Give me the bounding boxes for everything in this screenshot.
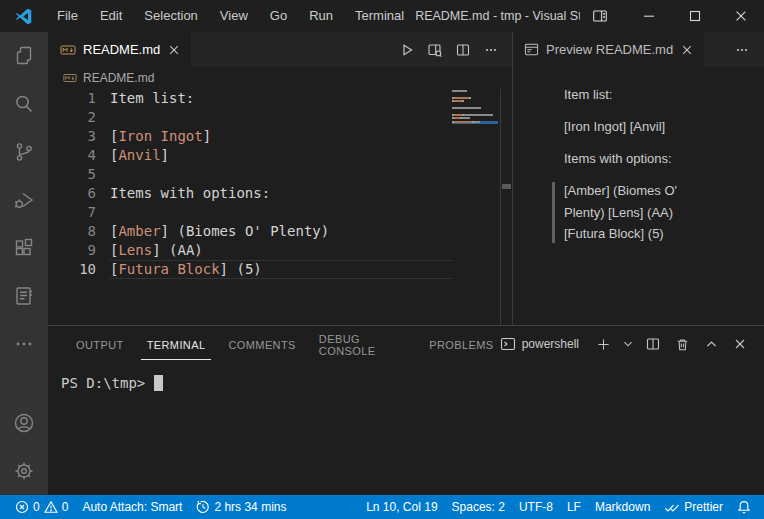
session-time-status[interactable]: 2 hrs 34 mins — [189, 495, 293, 519]
minimap-line — [452, 90, 498, 92]
terminal-prompt: PS D:\tmp> — [61, 375, 145, 391]
more-actions-icon[interactable] — [734, 32, 764, 67]
split-terminal-icon[interactable] — [642, 333, 664, 355]
code-line[interactable]: 9[Lens] (AA) — [48, 241, 512, 260]
more-actions-icon[interactable] — [480, 39, 502, 61]
notebook-icon[interactable] — [0, 272, 48, 320]
code-line[interactable]: 4[Anvil] — [48, 146, 512, 165]
line-number: 8 — [48, 222, 110, 241]
code-line[interactable]: 2 — [48, 108, 512, 127]
code-text: Items with options: — [110, 184, 452, 203]
panel-tab-terminal[interactable]: TERMINAL — [141, 328, 212, 360]
eol-label: LF — [567, 500, 581, 514]
activity-bar — [0, 32, 48, 495]
preview-icon — [524, 42, 539, 57]
code-line[interactable]: 3[Iron Ingot] — [48, 127, 512, 146]
indentation-label: Spaces: 2 — [452, 500, 505, 514]
statusbar-right: Ln 10, Col 19 Spaces: 2 UTF-8 LF Markdow… — [359, 495, 758, 519]
window-title: README.md - tmp - Visual Studi... — [415, 9, 580, 23]
editor[interactable]: 1Item list:23[Iron Ingot]4[Anvil]56Items… — [48, 89, 512, 325]
menu-selection[interactable]: Selection — [133, 0, 208, 32]
eol-status[interactable]: LF — [560, 495, 588, 519]
tab-label: Preview README.md — [546, 42, 673, 57]
search-icon[interactable] — [0, 80, 48, 128]
auto-attach-status[interactable]: Auto Attach: Smart — [75, 495, 189, 519]
title-bar: File Edit Selection View Go Run Terminal… — [0, 0, 764, 32]
tab-preview-readme[interactable]: Preview README.md — [513, 32, 704, 67]
line-number: 6 — [48, 184, 110, 203]
code-text: [Lens] (AA) — [110, 241, 452, 260]
run-icon[interactable] — [396, 39, 418, 61]
code-text — [110, 165, 452, 184]
editor-group: README.md — [48, 32, 512, 325]
preview-paragraph: [Amber] (Biomes O' Plenty) [Lens] (AA) [… — [564, 180, 714, 245]
menu-run[interactable]: Run — [298, 0, 344, 32]
minimap-line — [452, 97, 498, 99]
code-line[interactable]: 1Item list: — [48, 89, 512, 108]
maximize-panel-icon[interactable] — [700, 333, 722, 355]
history-icon — [196, 500, 210, 514]
double-check-icon — [664, 501, 680, 514]
line-number: 5 — [48, 165, 110, 184]
statusbar-left: 0 0 Auto Attach: Smart 2 hrs 34 mins — [8, 495, 293, 519]
code-line[interactable]: 10[Futura Block] (5) — [48, 260, 512, 279]
code-text: Item list: — [110, 89, 452, 108]
split-editor-icon[interactable] — [452, 39, 474, 61]
panel-tab-debug-console[interactable]: DEBUG CONSOLE — [313, 322, 412, 366]
editor-tab-bar: README.md — [48, 32, 512, 67]
problems-status[interactable]: 0 0 — [8, 495, 75, 519]
new-terminal-icon[interactable] — [592, 333, 614, 355]
formatter-status[interactable]: Prettier — [657, 495, 730, 519]
minimap[interactable] — [452, 90, 498, 125]
panel-tab-comments[interactable]: COMMENTS — [222, 328, 301, 360]
menu-terminal[interactable]: Terminal — [344, 0, 415, 32]
panel-header: OUTPUT TERMINAL COMMENTS DEBUG CONSOLE P… — [48, 326, 764, 362]
menu-file[interactable]: File — [46, 0, 89, 32]
code-line[interactable]: 7 — [48, 203, 512, 222]
close-icon[interactable] — [718, 0, 764, 32]
run-debug-icon[interactable] — [0, 176, 48, 224]
auto-attach-label: Auto Attach: Smart — [82, 500, 182, 514]
code-line[interactable]: 8[Amber] (Biomes O' Plenty) — [48, 222, 512, 241]
menu-view[interactable]: View — [209, 0, 259, 32]
terminal[interactable]: PS D:\tmp> — [48, 362, 764, 391]
kill-terminal-icon[interactable] — [671, 333, 693, 355]
breadcrumb[interactable]: README.md — [48, 67, 512, 89]
more-icon[interactable] — [0, 320, 48, 368]
terminal-shell-selector[interactable]: powershell — [500, 336, 579, 352]
code-text: [Iron Ingot] — [110, 127, 452, 146]
maximize-icon[interactable] — [672, 0, 718, 32]
explorer-icon[interactable] — [0, 32, 48, 80]
layout-icon[interactable] — [580, 0, 620, 32]
chevron-down-icon[interactable] — [621, 333, 635, 355]
open-preview-side-icon[interactable] — [424, 39, 446, 61]
markdown-icon — [63, 71, 77, 85]
tab-close-icon[interactable] — [167, 43, 181, 57]
status-bar: 0 0 Auto Attach: Smart 2 hrs 34 mins Ln … — [0, 495, 764, 519]
source-control-icon[interactable] — [0, 128, 48, 176]
indentation-status[interactable]: Spaces: 2 — [445, 495, 512, 519]
tab-label: README.md — [83, 42, 160, 57]
minimap-line — [452, 104, 498, 106]
line-number: 9 — [48, 241, 110, 260]
panel-tab-problems[interactable]: PROBLEMS — [423, 328, 499, 360]
code-line[interactable]: 6Items with options: — [48, 184, 512, 203]
extensions-icon[interactable] — [0, 224, 48, 272]
markdown-preview[interactable]: Item list: [Iron Ingot] [Anvil] Items wi… — [513, 67, 764, 255]
menu-go[interactable]: Go — [259, 0, 298, 32]
cursor-position-status[interactable]: Ln 10, Col 19 — [359, 495, 444, 519]
close-panel-icon[interactable] — [729, 333, 751, 355]
menu-edit[interactable]: Edit — [89, 0, 133, 32]
tab-readme[interactable]: README.md — [48, 32, 191, 67]
settings-gear-icon[interactable] — [0, 447, 48, 495]
tab-close-icon[interactable] — [680, 43, 694, 57]
notifications-status[interactable] — [730, 495, 758, 519]
panel-tab-output[interactable]: OUTPUT — [70, 328, 130, 360]
account-icon[interactable] — [0, 399, 48, 447]
editor-scrollbar[interactable] — [500, 89, 512, 325]
minimize-icon[interactable] — [626, 0, 672, 32]
cursor-position-label: Ln 10, Col 19 — [366, 500, 437, 514]
code-line[interactable]: 5 — [48, 165, 512, 184]
encoding-status[interactable]: UTF-8 — [512, 495, 560, 519]
language-status[interactable]: Markdown — [588, 495, 657, 519]
